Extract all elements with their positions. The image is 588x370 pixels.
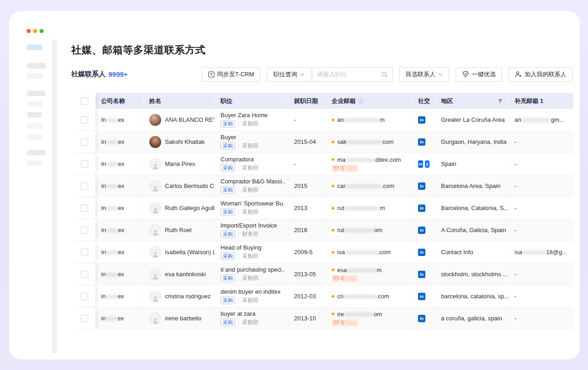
position-cell: Head of Buying采购采购部 bbox=[215, 241, 288, 263]
extra-email-cell: - bbox=[509, 175, 573, 197]
row-select-cell bbox=[74, 263, 96, 285]
sidebar-item-active[interactable] bbox=[27, 45, 42, 50]
email-address: carxxxxxxxxxxxx.com bbox=[337, 182, 394, 189]
add-to-my-contacts-button[interactable]: 加入我的联系人 bbox=[509, 67, 573, 82]
linkedin-icon[interactable]: in bbox=[418, 205, 425, 212]
linkedin-icon[interactable]: in bbox=[418, 227, 425, 234]
tag-divider bbox=[238, 232, 239, 237]
extra-email: - bbox=[514, 205, 516, 211]
linkedin-icon[interactable]: in bbox=[418, 182, 425, 190]
contacts-table: 公司名称 姓名 职位 就职日期 企业邮箱 i 社交 地区 补充邮箱 1 Inxx… bbox=[74, 93, 573, 330]
linkedin-icon[interactable]: in bbox=[418, 160, 423, 168]
linkedin-icon[interactable]: in bbox=[418, 315, 425, 322]
person-icon bbox=[152, 207, 159, 214]
department-label: 采购部 bbox=[242, 274, 259, 282]
select-all-cell bbox=[74, 93, 96, 109]
row-checkbox[interactable] bbox=[81, 116, 88, 124]
row-checkbox[interactable] bbox=[81, 227, 88, 234]
company-cell: Inxxxxex bbox=[96, 153, 144, 175]
position-cell: buyer at zara采购采购部 bbox=[215, 307, 288, 329]
email-cell: rutxxxxxxxxxxxxm bbox=[326, 197, 413, 219]
position-query-dropdown[interactable]: 职位查询 bbox=[267, 67, 311, 82]
position-title: Compradora bbox=[220, 156, 254, 163]
table-row: InxxxxexRuth RoelImport/Export Invoice采购… bbox=[74, 219, 573, 241]
table-row: InxxxxexANA BLANCO REYBuyer Zara Home采购采… bbox=[74, 109, 573, 131]
social-cell: in bbox=[413, 197, 435, 219]
linkedin-icon[interactable]: in bbox=[418, 293, 425, 300]
avatar bbox=[149, 114, 161, 126]
purchase-tag: 采购 bbox=[220, 252, 235, 260]
linkedin-icon[interactable]: in bbox=[418, 138, 425, 146]
position-title: it and purchasing speci... bbox=[220, 266, 285, 273]
row-checkbox[interactable] bbox=[81, 293, 88, 300]
chevron-down-icon bbox=[300, 73, 305, 76]
contact-cell: ANA BLANCO REY bbox=[144, 109, 215, 131]
department-label: 财务部 bbox=[242, 230, 259, 238]
contact-list-label: 社媒联系人 bbox=[71, 70, 106, 79]
sidebar-item[interactable] bbox=[27, 123, 42, 129]
extra-email: anxxxxxxxxxxgm... bbox=[514, 116, 564, 123]
row-checkbox[interactable] bbox=[81, 249, 88, 256]
region-cell: a coruña, galicia, spain bbox=[435, 307, 509, 329]
avatar-placeholder bbox=[149, 180, 161, 192]
contact-cell: Ruth Roel bbox=[144, 219, 215, 241]
start-date-cell: 2015-04 bbox=[288, 131, 326, 153]
start-date-cell: 2013-05 bbox=[288, 263, 326, 285]
position-title: denim buyer en inditex bbox=[220, 288, 281, 295]
email-address: maxxxxxxxxxxditex.com bbox=[337, 156, 401, 163]
row-checkbox[interactable] bbox=[81, 271, 88, 278]
position-search-box bbox=[312, 67, 393, 82]
tag-divider bbox=[238, 254, 239, 259]
extra-email-cell: - bbox=[509, 153, 573, 175]
purchase-tag: 采购 bbox=[220, 274, 235, 282]
department-label: 采购部 bbox=[242, 142, 259, 150]
social-cell: in bbox=[413, 131, 435, 153]
sidebar-item[interactable] bbox=[27, 112, 41, 118]
sidebar-item[interactable] bbox=[27, 73, 42, 79]
envelope-icon bbox=[334, 276, 339, 280]
sidebar-item[interactable] bbox=[27, 63, 45, 68]
purchase-tag: 采购 bbox=[220, 164, 235, 172]
sync-to-crm-button[interactable]: 同步至T-CRM bbox=[202, 67, 260, 82]
sidebar-item[interactable] bbox=[27, 134, 42, 140]
company-cell: Inxxxxex bbox=[96, 197, 144, 219]
contact-cell: esa kantinkoski bbox=[144, 263, 215, 285]
table-row: InxxxxexMaria PiresCompradora采购采购部-maxxx… bbox=[74, 153, 573, 175]
email-status-dot bbox=[332, 295, 334, 298]
row-checkbox[interactable] bbox=[81, 160, 88, 168]
sidebar-item[interactable] bbox=[27, 160, 42, 166]
company-name: Inxxxxex bbox=[101, 227, 124, 233]
extra-email: - bbox=[514, 293, 516, 300]
position-tags: 采购采购部 bbox=[220, 142, 259, 150]
row-checkbox[interactable] bbox=[81, 182, 88, 190]
position-tags: 采购采购部 bbox=[220, 186, 259, 194]
region-cell: Barcelona, Catalonia, S... bbox=[435, 197, 509, 219]
position-search-input[interactable] bbox=[317, 71, 379, 78]
sidebar-item[interactable] bbox=[27, 101, 42, 107]
info-icon[interactable]: i bbox=[358, 98, 364, 104]
extra-email-cell: - bbox=[509, 197, 573, 219]
one-click-optimize-button[interactable]: 一键优选 bbox=[456, 67, 502, 82]
row-checkbox[interactable] bbox=[81, 138, 88, 146]
row-checkbox[interactable] bbox=[81, 315, 88, 322]
search-icon[interactable] bbox=[381, 71, 388, 78]
email-cell: carxxxxxxxxxxxx.com bbox=[326, 175, 413, 197]
linkedin-icon[interactable]: in bbox=[418, 271, 425, 278]
filter-funnel-icon[interactable] bbox=[498, 98, 503, 104]
avatar-placeholder bbox=[149, 268, 161, 280]
sidebar-item[interactable] bbox=[27, 91, 45, 96]
select-all-checkbox[interactable] bbox=[81, 97, 88, 105]
start-date-cell: - bbox=[288, 109, 326, 131]
person-icon bbox=[152, 163, 159, 170]
linkedin-icon[interactable]: in bbox=[418, 116, 425, 124]
start-date-cell: 2013 bbox=[288, 197, 326, 219]
sidebar-item[interactable] bbox=[27, 150, 45, 155]
linkedin-icon[interactable]: in bbox=[418, 249, 425, 256]
row-select-cell bbox=[74, 131, 96, 153]
facebook-icon[interactable]: f bbox=[425, 160, 430, 168]
row-checkbox[interactable] bbox=[81, 205, 88, 212]
contact-name: Sakshi Khattak bbox=[165, 138, 205, 145]
position-tags: 采购采购部 bbox=[220, 274, 259, 282]
table-row: inxxxxexesa kantinkoskiit and purchasing… bbox=[74, 263, 573, 285]
filter-contacts-dropdown[interactable]: 筛选联系人 bbox=[399, 67, 449, 82]
